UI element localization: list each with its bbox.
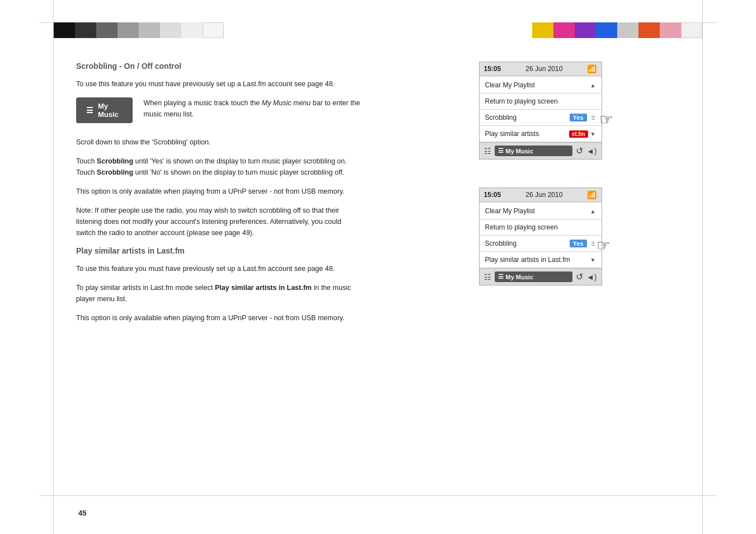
screen2-date: 26 Jun 2010 <box>525 191 562 199</box>
menu-item-label: Scrobbling <box>485 240 517 247</box>
menu-item-label: Clear My Playlist <box>485 81 535 89</box>
section2-para3: This option is only available when playi… <box>76 312 361 324</box>
device-header-1: 15:05 26 Jun 2010 📶 <box>480 62 602 76</box>
menu-icon: ☰ <box>86 106 93 115</box>
section1-para3: Touch Scrobbling until 'Yes' is shown on… <box>76 156 361 178</box>
section1-para5: Note: If other people use the radio, you… <box>76 205 361 238</box>
menu-icon-footer-2: ☰ <box>498 273 504 280</box>
footer-mymusic-label-2: My Music <box>506 274 534 280</box>
section1-para2: Scroll down to show the 'Scrobbling' opt… <box>76 137 361 148</box>
vol-icon-2: ◄) <box>586 273 597 282</box>
item-right-similar: st.fm ▼ <box>569 130 596 138</box>
my-music-inline: ☰ My Music When playing a music track to… <box>76 97 361 129</box>
menu-item-label: Clear My Playlist <box>485 207 535 215</box>
menu-item-similar-2[interactable]: Play similar artists in Last.fm ▼ <box>480 252 602 268</box>
device-header-2: 15:05 26 Jun 2010 📶 <box>480 188 602 202</box>
device-screen-2: 15:05 26 Jun 2010 📶 Clear My Playlist ▲ … <box>479 188 602 285</box>
menu-item-return-2[interactable]: Return to playing screen <box>480 219 602 236</box>
lastfm-badge-1: st.fm <box>569 130 588 138</box>
footer-mymusic-2: ☰ My Music <box>495 271 572 282</box>
menu-item-label: Return to playing screen <box>485 97 558 105</box>
menu-item-return-1[interactable]: Return to playing screen <box>480 93 602 110</box>
my-music-button[interactable]: ☰ My Music <box>76 97 133 123</box>
device-screen-1: 15:05 26 Jun 2010 📶 Clear My Playlist ▲ … <box>479 62 602 160</box>
hline-left-top <box>39 22 54 23</box>
item-right-scrobbling-2: Yes <box>570 240 596 247</box>
item-right: ▲ <box>590 82 596 88</box>
wifi-icon-2: 📶 <box>587 190 597 199</box>
item-right-2: ▲ <box>590 208 596 214</box>
menu-icon-footer: ☰ <box>498 147 504 154</box>
hline-bottom <box>54 495 702 496</box>
border-right <box>702 0 703 534</box>
screen2-time: 15:05 <box>484 191 501 199</box>
section2-title: Play similar artists in Last.fm <box>76 246 361 255</box>
hline-left-bottom <box>39 495 54 496</box>
section1-title: Scrobbling - On / Off control <box>76 62 361 71</box>
content-area: Scrobbling - On / Off control To use thi… <box>54 45 702 489</box>
left-column: Scrobbling - On / Off control To use thi… <box>54 45 378 489</box>
colorbar-right <box>532 22 702 38</box>
menu-item-label: Play similar artists in Last.fm <box>485 256 570 264</box>
menu-item-scrobbling-2[interactable]: Scrobbling Yes <box>480 236 602 252</box>
hline-right-top <box>702 22 717 23</box>
inline-note-text: When playing a music track touch the My … <box>144 97 361 120</box>
menu-item-label: Scrobbling <box>485 114 517 121</box>
device-footer-1: ☷ ☰ My Music ↺ ◄) <box>480 142 602 159</box>
menu-item-similar-1[interactable]: Play similar artists st.fm ▼ <box>480 126 602 142</box>
menu-item-clear-playlist-2[interactable]: Clear My Playlist ▲ <box>480 203 602 219</box>
section1-para4: This option is only available when playi… <box>76 186 361 197</box>
menu-item-clear-playlist-1[interactable]: Clear My Playlist ▲ <box>480 77 602 93</box>
yes-badge-2: Yes <box>570 240 587 247</box>
my-music-label: My Music <box>98 102 123 119</box>
arrow-up-icon: ▲ <box>590 82 596 88</box>
arrow-down-icon: ▼ <box>590 131 596 137</box>
item-right-scrobbling: Yes <box>570 114 596 121</box>
page-number: 45 <box>78 509 86 517</box>
wifi-icon-1: 📶 <box>587 64 597 73</box>
back-icon-1: ↺ <box>576 146 583 156</box>
section1-para1: To use this feature you must have previo… <box>76 78 361 90</box>
screen1-time: 15:05 <box>484 65 501 73</box>
colorbar-left <box>54 22 224 38</box>
menu-item-label: Return to playing screen <box>485 223 558 231</box>
arrow-up-icon-2: ▲ <box>590 208 596 214</box>
item-right-similar-2: ▼ <box>590 257 596 263</box>
device-footer-2: ☷ ☰ My Music ↺ ◄) <box>480 268 602 285</box>
menu-item-scrobbling-1[interactable]: Scrobbling Yes <box>480 110 602 126</box>
right-column: 15:05 26 Jun 2010 📶 Clear My Playlist ▲ … <box>378 45 702 489</box>
footer-mymusic-1: ☰ My Music <box>495 146 572 156</box>
grid-icon-2: ☷ <box>484 273 491 282</box>
hline-right-bottom <box>702 495 717 496</box>
section2-para2: To play similar artists in Last.fm mode … <box>76 282 361 305</box>
footer-mymusic-label: My Music <box>506 148 534 154</box>
menu-item-label: Play similar artists <box>485 130 539 138</box>
section2-para1: To use this feature you must have previo… <box>76 263 361 274</box>
grid-icon-1: ☷ <box>484 147 491 156</box>
arrow-down-icon-2: ▼ <box>590 257 596 263</box>
screen1-date: 26 Jun 2010 <box>525 65 562 73</box>
back-icon-2: ↺ <box>576 271 583 282</box>
yes-badge-1: Yes <box>570 114 587 121</box>
vol-icon-1: ◄) <box>586 147 597 156</box>
